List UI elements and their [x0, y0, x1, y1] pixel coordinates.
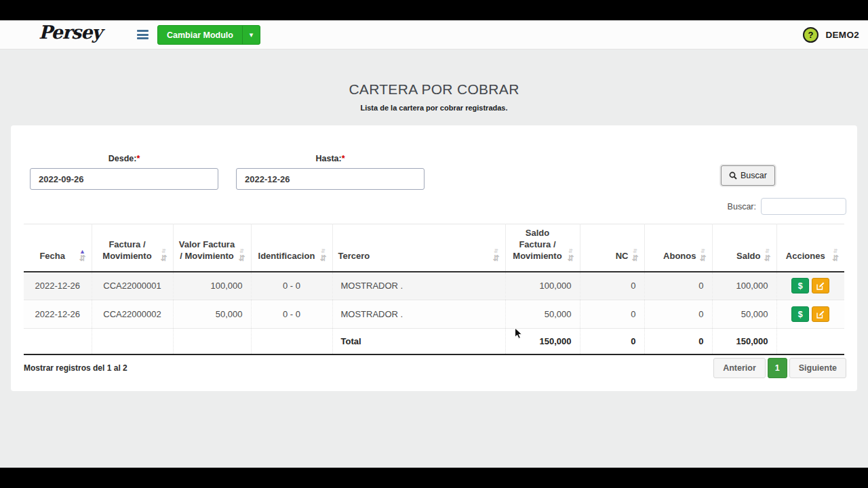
cell-identificacion: 0 - 0 [251, 300, 332, 329]
change-module-button[interactable]: Cambiar Modulo ▾ [157, 25, 260, 45]
page-title: CARTERA POR COBRAR [0, 81, 868, 98]
date-to-label: Hasta:* [236, 154, 425, 163]
search-button[interactable]: Buscar [721, 165, 775, 186]
date-to-input[interactable] [236, 168, 425, 190]
sort-both-icon: ⇵ [492, 254, 499, 262]
sort-both-icon: ⇵ [699, 254, 706, 262]
sort-both-icon: ⇵ [832, 254, 839, 262]
cell-valor: 50,000 [173, 300, 251, 329]
sort-icon: ⇵⇵ [238, 249, 245, 262]
edit-button[interactable] [812, 306, 829, 322]
sort-icon: ⇵⇵ [832, 249, 839, 262]
cell-saldo-factura: 100,000 [505, 272, 580, 300]
sort-both-icon: ⇵ [631, 254, 638, 262]
hamburger-bar [137, 30, 149, 32]
total-row: Total 150,000 0 0 150,000 [24, 329, 844, 354]
column-header-saldo[interactable]: Saldo⇵⇵ [712, 224, 776, 272]
sort-both-icon: ⇵ [238, 254, 245, 262]
cell-tercero: MOSTRADOR . [332, 300, 505, 329]
sort-icon: ⇵⇵ [764, 249, 770, 262]
cell-identificacion: 0 - 0 [251, 272, 332, 300]
cell-saldo: 50,000 [712, 300, 776, 329]
header-label: Acciones [783, 251, 829, 262]
header-label: Saldo [718, 251, 761, 262]
header-label: Tercero [338, 251, 490, 262]
cell-fecha: 2022-12-26 [24, 300, 92, 329]
sort-icon: ⇵⇵ [492, 249, 499, 262]
column-header-abonos[interactable]: Abonos⇵⇵ [644, 224, 712, 272]
column-header-fecha[interactable]: Fecha▲⇵ [24, 224, 92, 272]
sort-icon: ⇵⇵ [160, 249, 167, 262]
payment-button[interactable]: $ [791, 306, 809, 322]
pagination: Anterior 1 Siguiente [713, 358, 846, 378]
pagination-next-button[interactable]: Siguiente [789, 358, 846, 378]
chevron-down-icon[interactable]: ▾ [243, 26, 260, 44]
sort-both-icon: ⇵ [160, 254, 167, 262]
header-label: Identificacion [257, 251, 317, 262]
cell-fecha: 2022-12-26 [24, 272, 92, 300]
pagination-page-1[interactable]: 1 [768, 358, 787, 378]
bottom-black-bar [0, 468, 868, 488]
cartera-table: Fecha▲⇵ Factura / Movimiento⇵⇵ Valor Fac… [24, 224, 844, 355]
hamburger-menu-icon[interactable] [137, 30, 149, 39]
payment-button[interactable]: $ [791, 278, 809, 293]
total-abonos: 0 [644, 329, 712, 354]
header-label: Saldo Factura / Movimiento [511, 228, 564, 262]
table-records-info: Mostrar registros del 1 al 2 [24, 363, 127, 373]
sort-icon: ⇵⇵ [699, 249, 706, 262]
table-row: 2022-12-26 CCA22000002 50,000 0 - 0 MOST… [24, 300, 844, 329]
quick-search-input[interactable] [761, 198, 846, 215]
pagination-previous-button[interactable]: Anterior [713, 358, 766, 378]
edit-icon [816, 310, 825, 319]
table-header-row: Fecha▲⇵ Factura / Movimiento⇵⇵ Valor Fac… [24, 224, 844, 272]
total-empty-cell [24, 329, 92, 354]
date-from-label: Desde:* [30, 154, 218, 163]
user-menu[interactable]: DEMO2 [825, 20, 859, 49]
date-from-label-text: Desde: [108, 154, 137, 163]
edit-icon [816, 282, 825, 290]
cell-tercero: MOSTRADOR . [332, 272, 505, 300]
quick-search: Buscar: [728, 198, 846, 215]
total-saldo-factura: 150,000 [505, 329, 580, 354]
column-header-factura[interactable]: Factura / Movimiento⇵⇵ [92, 224, 173, 272]
sort-both-icon: ⇵ [319, 254, 326, 262]
column-header-saldo-factura[interactable]: Saldo Factura / Movimiento⇵⇵ [505, 224, 580, 272]
header-label: Abonos [650, 251, 696, 262]
cell-acciones: $ [776, 300, 844, 329]
column-header-tercero[interactable]: Tercero⇵⇵ [332, 224, 505, 272]
hamburger-bar [137, 34, 149, 36]
date-from-input[interactable] [30, 168, 218, 190]
total-saldo: 150,000 [712, 329, 776, 354]
search-button-label: Buscar [741, 171, 767, 180]
header-label: NC [586, 251, 629, 262]
header-label: Factura / Movimiento [98, 239, 157, 262]
total-empty-cell [251, 329, 332, 354]
sort-both-icon: ⇵ [764, 254, 770, 262]
cell-saldo: 100,000 [712, 272, 776, 300]
sort-icon: ⇵⇵ [319, 249, 326, 262]
total-empty-cell [92, 329, 173, 354]
total-nc: 0 [580, 329, 644, 354]
change-module-label: Cambiar Modulo [158, 26, 242, 44]
cell-factura: CCA22000002 [92, 300, 173, 329]
column-header-nc[interactable]: NC⇵⇵ [580, 224, 644, 272]
cell-abonos: 0 [644, 272, 712, 300]
sort-both-icon: ⇵ [567, 254, 574, 262]
sort-both-icon: ⇵ [79, 254, 85, 262]
edit-button[interactable] [812, 278, 829, 293]
date-to-label-text: Hasta: [315, 154, 341, 163]
navbar: Persey Cambiar Modulo ▾ ? DEMO2 [0, 20, 868, 49]
column-header-identificacion[interactable]: Identificacion⇵⇵ [251, 224, 332, 272]
cell-factura: CCA22000001 [92, 272, 173, 300]
help-icon[interactable]: ? [803, 27, 818, 43]
search-icon [729, 171, 737, 180]
header-label: Valor Factura / Movimiento [179, 239, 235, 262]
column-header-acciones[interactable]: Acciones⇵⇵ [776, 224, 844, 272]
content-panel: Desde:* Hasta:* Buscar Buscar: Fecha▲⇵ F… [11, 125, 857, 391]
total-label: Total [332, 329, 505, 354]
required-asterisk: * [342, 154, 345, 163]
cell-valor: 100,000 [173, 272, 251, 300]
hamburger-bar [137, 37, 149, 39]
quick-search-label: Buscar: [728, 202, 756, 211]
column-header-valor[interactable]: Valor Factura / Movimiento⇵⇵ [173, 224, 251, 272]
